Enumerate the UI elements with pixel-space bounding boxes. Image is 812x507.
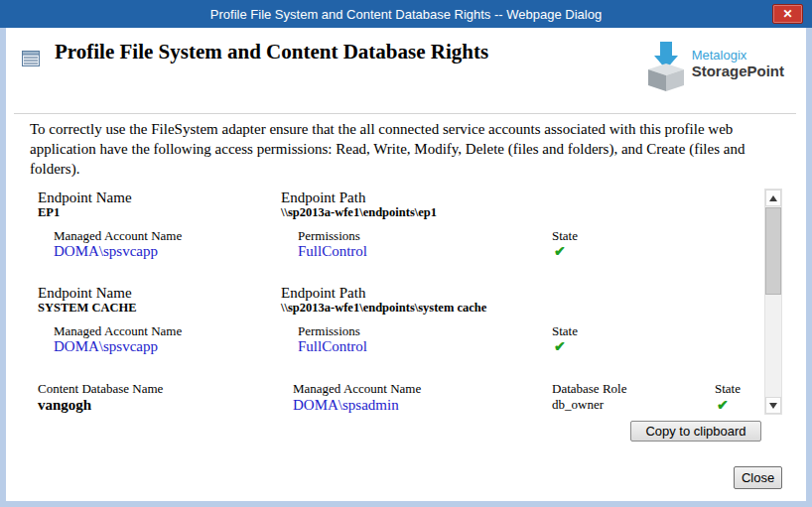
endpoint-name-value: SYSTEM CACHE <box>38 301 137 316</box>
permissions-label: Permissions <box>298 228 360 244</box>
managed-account-link[interactable]: DOMA\spsvcapp <box>54 338 158 355</box>
dialog-client-area: Profile File System and Content Database… <box>6 28 806 501</box>
logo-product-text: StoragePoint <box>692 63 784 79</box>
content-db-name-label: Content Database Name <box>38 381 163 397</box>
header-separator <box>14 113 796 114</box>
copy-to-clipboard-button[interactable]: Copy to clipboard <box>630 421 761 442</box>
database-role-label: Database Role <box>552 381 626 397</box>
dialog-close-button[interactable]: ✕ <box>772 4 803 24</box>
endpoint-group-ep1: Endpoint Name Endpoint Path EP1 \\sp2013… <box>6 190 764 269</box>
state-label: State <box>715 381 741 397</box>
permissions-label: Permissions <box>298 323 360 339</box>
permissions-link[interactable]: FullControl <box>298 338 367 355</box>
instructions-text: To correctly use the FileSystem adapter … <box>30 119 790 179</box>
managed-account-label: Managed Account Name <box>54 228 182 244</box>
state-check-icon: ✔ <box>554 338 566 355</box>
report-icon <box>22 51 40 66</box>
endpoint-path-value: \\sp2013a-wfe1\endpoints\system cache <box>281 301 486 316</box>
state-label: State <box>552 228 578 244</box>
close-icon: ✕ <box>782 7 792 21</box>
scrollbar-thumb[interactable] <box>765 207 781 295</box>
endpoint-group-system-cache: Endpoint Name Endpoint Path SYSTEM CACHE… <box>6 285 764 364</box>
chevron-up-icon <box>769 195 777 201</box>
database-role-value: db_owner <box>552 397 604 413</box>
dialog-title: Profile File System and Content Database… <box>210 7 602 22</box>
webpage-dialog: Profile File System and Content Database… <box>0 0 812 507</box>
rights-report-area: Endpoint Name Endpoint Path EP1 \\sp2013… <box>6 189 782 415</box>
endpoint-path-value: \\sp2013a-wfe1\endpoints\ep1 <box>281 205 437 220</box>
state-label: State <box>552 323 578 339</box>
state-check-icon: ✔ <box>554 243 566 260</box>
endpoint-name-value: EP1 <box>38 205 60 220</box>
chevron-down-icon <box>769 403 777 409</box>
managed-account-label: Managed Account Name <box>293 381 421 397</box>
vertical-scrollbar[interactable] <box>764 189 782 415</box>
endpoint-name-label: Endpoint Name <box>38 285 132 302</box>
page-title: Profile File System and Content Database… <box>55 40 488 64</box>
managed-account-link[interactable]: DOMA\spsvcapp <box>54 243 158 260</box>
dialog-titlebar: Profile File System and Content Database… <box>0 0 812 28</box>
endpoint-name-label: Endpoint Name <box>38 190 132 206</box>
content-db-name-value: vangogh <box>38 397 91 414</box>
permissions-link[interactable]: FullControl <box>298 243 367 260</box>
content-database-group: Content Database Name Managed Account Na… <box>6 381 764 415</box>
storagepoint-logo-icon <box>646 42 686 91</box>
endpoint-path-label: Endpoint Path <box>281 190 365 206</box>
managed-account-label: Managed Account Name <box>54 323 182 339</box>
managed-account-link[interactable]: DOMA\spsadmin <box>293 397 399 414</box>
scrollbar-up-button[interactable] <box>765 190 781 206</box>
endpoint-path-label: Endpoint Path <box>281 285 365 302</box>
logo-brand-text: Metalogix <box>692 48 784 63</box>
close-button[interactable]: Close <box>734 466 782 489</box>
scrollbar-down-button[interactable] <box>765 397 781 414</box>
state-check-icon: ✔ <box>717 397 729 414</box>
storagepoint-logo: Metalogix StoragePoint <box>646 42 784 91</box>
